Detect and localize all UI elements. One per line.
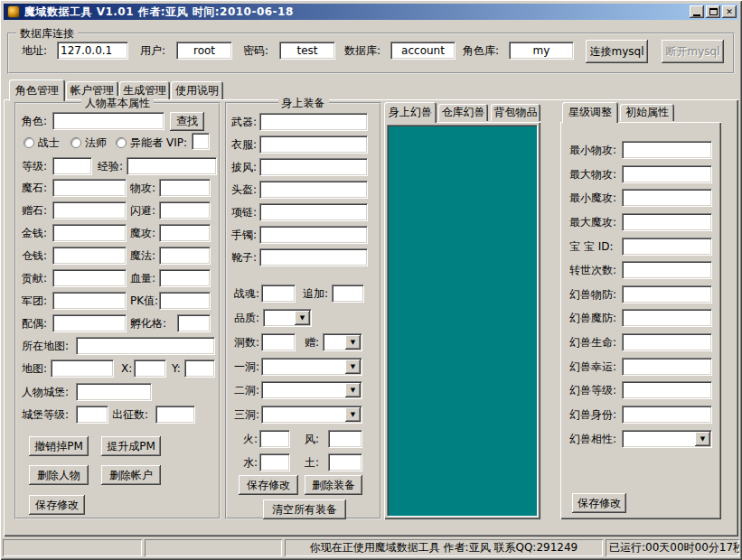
hp-input[interactable]	[159, 269, 211, 287]
hatch-slot-input[interactable]	[177, 314, 211, 332]
map-input[interactable]	[51, 359, 114, 378]
find-button[interactable]: 查找	[170, 112, 204, 131]
demote-pm-button[interactable]: 撤销掉PM	[29, 436, 89, 456]
hole3-dropdown-arrow-icon[interactable]: ▼	[345, 407, 361, 422]
spouse-input[interactable]	[52, 314, 127, 332]
quality-select[interactable]: ▼	[263, 309, 312, 327]
magic-stone-input[interactable]	[52, 179, 127, 197]
legion-input[interactable]	[52, 292, 127, 310]
phys-attack-input[interactable]	[159, 179, 211, 197]
database-input[interactable]	[390, 42, 456, 60]
money-input[interactable]	[52, 224, 127, 242]
water-input[interactable]	[259, 453, 290, 471]
radio-warrior[interactable]	[23, 137, 34, 148]
password-input[interactable]	[279, 42, 335, 60]
equipment-delete-button[interactable]: 删除装备	[305, 475, 362, 495]
cloak-input[interactable]	[259, 158, 368, 176]
tab-role-manage[interactable]: 角色管理	[9, 79, 65, 101]
pet-level-input[interactable]	[622, 381, 712, 399]
vip-input[interactable]	[192, 133, 210, 150]
roledb-input[interactable]	[509, 42, 574, 60]
tab-star-adjust[interactable]: 星级调整	[562, 102, 618, 123]
hole3-select[interactable]: ▼	[261, 406, 362, 424]
necklace-input[interactable]	[259, 203, 368, 221]
delete-account-button[interactable]: 删除帐户	[101, 465, 161, 485]
radio-psychic-label: 异能者	[130, 134, 163, 152]
tab-initial-attrs[interactable]: 初始属性	[620, 104, 674, 121]
maximize-button[interactable]	[706, 5, 720, 18]
pet-magic-def-input[interactable]	[622, 309, 712, 327]
bank-money-input[interactable]	[52, 247, 127, 265]
level-input[interactable]	[52, 157, 92, 175]
expedition-input[interactable]	[155, 406, 195, 424]
earth-input[interactable]	[328, 453, 362, 471]
star-save-button[interactable]: 保存修改	[572, 493, 626, 513]
holes-input[interactable]	[261, 333, 296, 351]
tab-warehouse-pets[interactable]: 仓库幻兽	[438, 104, 488, 121]
min-magic-attack-input[interactable]	[622, 189, 712, 207]
fire-input[interactable]	[259, 430, 290, 448]
contribution-input[interactable]	[52, 269, 127, 287]
equipment-save-button[interactable]: 保存修改	[239, 475, 298, 495]
radio-psychic[interactable]	[116, 137, 127, 148]
current-map-input[interactable]	[76, 337, 215, 355]
x-input[interactable]	[134, 359, 166, 378]
promote-pm-button[interactable]: 提升成PM	[101, 436, 161, 456]
helmet-input[interactable]	[259, 181, 368, 199]
weapon-input[interactable]	[259, 113, 368, 131]
clothes-input[interactable]	[259, 135, 368, 154]
close-button[interactable]: ✕	[722, 5, 737, 18]
exp-input[interactable]	[127, 157, 217, 175]
pet-phys-def-input[interactable]	[622, 285, 712, 303]
magic-attack-input[interactable]	[159, 224, 211, 242]
hatch-slot-label: 孵化格:	[130, 314, 166, 332]
pet-level-label: 幻兽等级:	[569, 381, 616, 399]
hole1-dropdown-arrow-icon[interactable]: ▼	[345, 359, 361, 374]
y-input[interactable]	[184, 359, 215, 378]
castle-input[interactable]	[76, 383, 152, 401]
mana-input[interactable]	[159, 247, 211, 265]
pet-listbox[interactable]	[387, 125, 538, 517]
tab-bag-items[interactable]: 背包物品	[491, 104, 540, 121]
max-magic-attack-input[interactable]	[622, 213, 712, 231]
clear-all-equipment-button[interactable]: 清空所有装备	[263, 499, 346, 519]
castle-label: 人物城堡:	[22, 383, 69, 401]
append-input[interactable]	[332, 285, 364, 303]
max-phys-attack-input[interactable]	[622, 165, 712, 183]
delete-character-button[interactable]: 删除人物	[29, 465, 89, 485]
boots-input[interactable]	[259, 248, 368, 266]
pet-luck-input[interactable]	[622, 358, 712, 376]
connect-mysql-button[interactable]: 连接mysql	[586, 40, 648, 63]
gift-stone-input[interactable]	[52, 201, 127, 219]
address-input[interactable]	[57, 42, 128, 60]
war-soul-input[interactable]	[261, 285, 296, 303]
min-phys-attack-input[interactable]	[622, 141, 712, 159]
hole2-dropdown-arrow-icon[interactable]: ▼	[345, 383, 361, 397]
tab-body-pets[interactable]: 身上幻兽	[384, 102, 437, 123]
user-input[interactable]	[176, 42, 232, 60]
pk-value-input[interactable]	[159, 292, 211, 310]
tab-help[interactable]: 使用说明	[171, 81, 223, 99]
equipment-group: 身上装备 武器: 衣服: 披风: 头盔: 项链: 手镯: 靴子: 战魂: 追加:…	[225, 102, 381, 519]
dodge-input[interactable]	[159, 201, 211, 219]
bracelet-input[interactable]	[259, 226, 368, 244]
minimize-button[interactable]	[690, 5, 704, 18]
gift-select[interactable]: ▼	[323, 333, 362, 351]
quality-dropdown-arrow-icon[interactable]: ▼	[295, 311, 310, 325]
hole1-select[interactable]: ▼	[261, 358, 362, 376]
water-label: 水:	[243, 453, 258, 471]
rebirth-count-input[interactable]	[622, 261, 712, 279]
pet-life-input[interactable]	[622, 333, 712, 351]
castle-level-input[interactable]	[76, 406, 108, 424]
hole2-select[interactable]: ▼	[261, 381, 362, 399]
radio-mage[interactable]	[70, 137, 81, 148]
pet-identity-input[interactable]	[622, 406, 712, 424]
connection-group: 数据库连接 地址: 用户: 密码: 数据库: 角色库: 连接mysql 断开my…	[7, 33, 735, 74]
pet-id-input[interactable]	[622, 238, 712, 256]
gift-dropdown-arrow-icon[interactable]: ▼	[345, 335, 361, 350]
pet-affinity-select[interactable]: ▼	[622, 430, 712, 448]
wind-input[interactable]	[328, 430, 362, 448]
character-save-button[interactable]: 保存修改	[29, 495, 85, 515]
role-input[interactable]	[52, 112, 164, 130]
pet-affinity-dropdown-arrow-icon[interactable]: ▼	[695, 432, 710, 446]
